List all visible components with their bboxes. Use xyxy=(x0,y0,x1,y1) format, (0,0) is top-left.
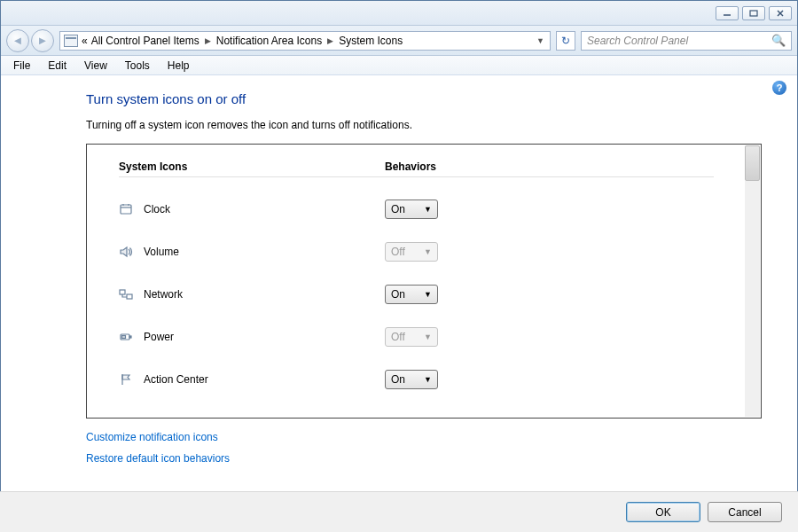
nav-row: ◄ ► « All Control Panel Items ▶ Notifica… xyxy=(1,26,797,56)
dropdown-value: On xyxy=(391,203,405,215)
svg-marker-8 xyxy=(121,247,127,256)
titlebar xyxy=(1,1,797,26)
setting-row: NetworkOn▼ xyxy=(119,273,714,316)
chevron-down-icon: ▼ xyxy=(424,247,432,256)
chevron-down-icon: ▼ xyxy=(424,205,432,214)
forward-button[interactable]: ► xyxy=(31,29,54,52)
search-input[interactable]: Search Control Panel 🔍 xyxy=(581,31,792,51)
dropdown-value: On xyxy=(391,288,405,301)
breadcrumb-item-0[interactable]: All Control Panel Items xyxy=(91,35,200,47)
address-bar[interactable]: « All Control Panel Items ▶ Notification… xyxy=(59,31,551,51)
setting-label: Action Center xyxy=(144,373,208,386)
content-area: ? Turn system icons on or off Turning of… xyxy=(1,75,797,483)
dropdown-value: On xyxy=(391,373,405,386)
network-icon xyxy=(119,287,133,301)
behavior-dropdown: Off▼ xyxy=(385,242,438,262)
setting-label: Power xyxy=(144,331,174,343)
menu-bar: File Edit View Tools Help xyxy=(1,56,797,75)
setting-label: Network xyxy=(144,288,183,301)
page-title: Turn system icons on or off xyxy=(86,91,762,106)
close-button[interactable] xyxy=(769,6,792,20)
behavior-dropdown: Off▼ xyxy=(385,327,438,347)
breadcrumb-prefix: « xyxy=(82,35,88,47)
svg-rect-12 xyxy=(129,336,131,338)
setting-row: VolumeOff▼ xyxy=(119,231,714,273)
column-header-behaviors: Behaviors xyxy=(385,160,436,173)
menu-file[interactable]: File xyxy=(4,56,39,74)
setting-label: Volume xyxy=(144,246,179,258)
link-restore-defaults[interactable]: Restore default icon behaviors xyxy=(86,452,762,465)
ok-button[interactable]: OK xyxy=(626,502,700,522)
search-icon: 🔍 xyxy=(771,34,786,47)
back-button[interactable]: ◄ xyxy=(6,29,29,52)
menu-help[interactable]: Help xyxy=(159,56,199,74)
scrollbar[interactable] xyxy=(745,145,760,417)
footer: OK Cancel xyxy=(0,491,798,532)
setting-row: Action CenterOn▼ xyxy=(119,358,714,401)
column-header-icons: System Icons xyxy=(119,160,385,173)
chevron-down-icon: ▼ xyxy=(424,375,432,384)
link-customize-icons[interactable]: Customize notification icons xyxy=(86,431,762,443)
chevron-down-icon: ▼ xyxy=(424,332,432,341)
breadcrumb-separator: ▶ xyxy=(327,36,333,45)
svg-rect-9 xyxy=(120,290,125,294)
refresh-button[interactable]: ↻ xyxy=(556,31,575,51)
dropdown-value: Off xyxy=(391,331,405,343)
clock-icon xyxy=(119,202,133,216)
setting-label: Clock xyxy=(144,203,170,215)
scrollbar-thumb[interactable] xyxy=(745,145,760,181)
maximize-button[interactable] xyxy=(742,6,765,20)
menu-tools[interactable]: Tools xyxy=(116,56,159,74)
svg-rect-13 xyxy=(122,336,126,339)
menu-view[interactable]: View xyxy=(75,56,116,74)
chevron-down-icon: ▼ xyxy=(424,290,432,299)
breadcrumb-item-2[interactable]: System Icons xyxy=(339,35,403,47)
svg-rect-4 xyxy=(121,205,131,214)
cancel-button[interactable]: Cancel xyxy=(708,502,782,522)
volume-icon xyxy=(119,245,133,259)
svg-rect-1 xyxy=(750,11,757,16)
power-icon xyxy=(119,330,133,344)
behavior-dropdown[interactable]: On▼ xyxy=(385,285,438,304)
flag-icon xyxy=(119,372,133,387)
svg-rect-10 xyxy=(127,294,132,299)
breadcrumb-item-1[interactable]: Notification Area Icons xyxy=(216,35,322,47)
page-description: Turning off a system icon removes the ic… xyxy=(86,119,762,131)
menu-edit[interactable]: Edit xyxy=(39,56,75,74)
search-placeholder: Search Control Panel xyxy=(587,35,688,47)
dropdown-value: Off xyxy=(391,246,405,258)
control-panel-icon xyxy=(64,35,78,47)
address-dropdown[interactable]: ▼ xyxy=(535,36,546,45)
minimize-button[interactable] xyxy=(716,6,739,20)
setting-row: PowerOff▼ xyxy=(119,316,714,358)
breadcrumb-separator: ▶ xyxy=(205,36,211,45)
behavior-dropdown[interactable]: On▼ xyxy=(385,370,438,389)
settings-panel: System Icons Behaviors ClockOn▼VolumeOff… xyxy=(86,144,762,419)
help-icon[interactable]: ? xyxy=(772,81,786,95)
behavior-dropdown[interactable]: On▼ xyxy=(385,200,438,219)
setting-row: ClockOn▼ xyxy=(119,188,714,231)
